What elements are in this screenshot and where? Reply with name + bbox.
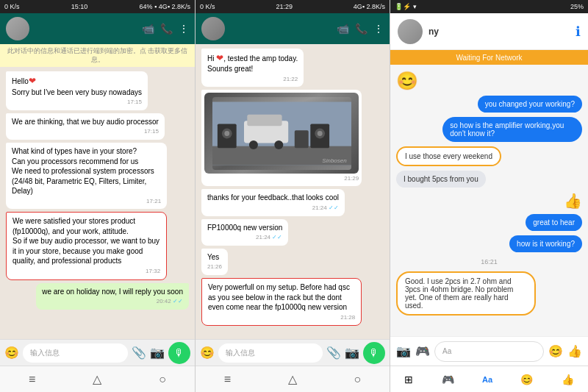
- video-icon-2[interactable]: 📹: [337, 23, 349, 35]
- thumbsup-icon-m[interactable]: 👍: [567, 344, 582, 358]
- message-time: 20:42 ✓✓: [42, 298, 183, 306]
- wa-header-1: 📹 📞 ⋮: [0, 13, 195, 44]
- list-item: thanks for your feedback..that looks coo…: [201, 189, 345, 215]
- status-right-2: 4G▪ 2.8K/s: [354, 3, 385, 10]
- message-time: 21:28: [208, 314, 355, 322]
- camera-icon-1[interactable]: 📷: [150, 346, 165, 360]
- avatar-1: [6, 17, 29, 40]
- status-left-2: 0 K/s: [200, 3, 215, 10]
- input-bar-2: 😊 输入信息 📎 📷 🎙: [196, 339, 390, 366]
- message-text: I bought 5pcs from you: [404, 175, 478, 183]
- message-text: Very powerfull on my setup. Before had q…: [208, 282, 355, 313]
- messenger-header: ny ℹ: [390, 13, 588, 50]
- status-bar-1: 0 K/s 15:10 64% ▪ 4G▪ 2.8K/s: [0, 0, 195, 13]
- menu-icon[interactable]: ⋮: [179, 23, 189, 35]
- message-time: 21:26: [207, 263, 222, 271]
- nav-emoji-m[interactable]: 😊: [520, 374, 533, 385]
- message-input-1[interactable]: 输入信息: [23, 343, 128, 363]
- attach-icon-1[interactable]: 📎: [132, 346, 146, 360]
- message-text: Hello❤Sorry but I've been very busy nowa…: [12, 75, 142, 97]
- menu-icon-2[interactable]: ⋮: [373, 23, 384, 35]
- list-item: 👍: [564, 192, 582, 210]
- header-icons-1[interactable]: 📹 📞 ⋮: [142, 23, 189, 35]
- status-right-1: 64% ▪ 4G▪ 2.8K/s: [140, 3, 190, 10]
- messenger-nav: ⊞ 🎮 Aa 😊 👍: [390, 366, 588, 392]
- emoji-icon-2[interactable]: 😊: [200, 346, 215, 360]
- list-item: Yes 21:26: [201, 249, 228, 275]
- status-time-2: 21:29: [276, 3, 293, 10]
- messenger-input-field[interactable]: Aa: [434, 341, 544, 362]
- message-text: FP10000q new version: [207, 223, 282, 233]
- svg-rect-12: [294, 130, 308, 148]
- emoji-icon-1[interactable]: 😊: [4, 346, 19, 360]
- message-text: Good. I use 2pcs in 2.7 ohm and 3pcs in …: [405, 277, 513, 310]
- list-item: Very powerfull on my setup. Before had q…: [201, 278, 362, 326]
- status-bar-2: 0 K/s 21:29 4G▪ 2.8K/s: [196, 0, 390, 13]
- game-icon-m[interactable]: 🎮: [415, 344, 430, 358]
- nav-back-icon-2[interactable]: ○: [354, 373, 361, 386]
- panel-messenger: 🔋⚡ ▾ 25% ny ℹ Waiting For Network 😊 you …: [390, 0, 588, 392]
- status-bar-3: 🔋⚡ ▾ 25%: [390, 0, 588, 13]
- messenger-input-bar: 📷 🎮 Aa 😊 👍: [390, 336, 588, 366]
- network-status-bar: Waiting For Network: [390, 50, 588, 65]
- message-timestamp: 16:21: [396, 258, 582, 266]
- camera-icon-2[interactable]: 📷: [345, 346, 359, 360]
- panel-whatsapp-2: 0 K/s 21:29 4G▪ 2.8K/s 📹 📞 ⋮ Hi ❤, teste…: [195, 0, 390, 392]
- list-item: we are on holiday now, I will reply you …: [36, 283, 189, 310]
- message-text: great to hear: [533, 218, 575, 227]
- svg-point-11: [317, 131, 322, 136]
- message-text: thanks for your feedback..that looks coo…: [207, 193, 339, 203]
- phone-icon-2[interactable]: 📞: [355, 23, 368, 35]
- svg-rect-3: [247, 115, 282, 126]
- nav-thumbs-m[interactable]: 👍: [562, 374, 574, 385]
- nav-menu-icon[interactable]: ≡: [29, 373, 35, 386]
- nav-text-m[interactable]: Aa: [482, 375, 492, 384]
- nav-back-icon[interactable]: ○: [159, 373, 166, 386]
- nav-home-icon[interactable]: △: [93, 372, 101, 386]
- input-placeholder-2: 输入信息: [226, 348, 255, 358]
- message-text: Yes: [207, 252, 222, 263]
- message-text: how is it working?: [517, 240, 575, 248]
- nav-game-m[interactable]: 🎮: [442, 374, 454, 385]
- mic-button-2[interactable]: 🎙: [363, 342, 385, 364]
- message-text: we are on holiday now, I will reply you …: [42, 287, 183, 297]
- list-item: Sinbosen 21:29: [201, 90, 362, 186]
- status-time-1: 15:10: [71, 3, 88, 10]
- nav-menu-icon-2[interactable]: ≡: [224, 373, 231, 386]
- chat-area-2: Hi ❤, tested the amp today.Sounds great!…: [196, 44, 390, 339]
- nav-home-icon-2[interactable]: △: [288, 372, 297, 386]
- info-icon[interactable]: ℹ: [576, 24, 581, 40]
- phone-icon[interactable]: 📞: [160, 23, 173, 35]
- input-placeholder-1: 输入信息: [30, 348, 60, 358]
- list-item: Good. I use 2pcs in 2.7 ohm and 3pcs in …: [396, 271, 536, 316]
- input-bar-1: 😊 输入信息 📎 📷 🎙: [0, 339, 195, 366]
- message-time: 17:32: [12, 268, 160, 276]
- video-icon[interactable]: 📹: [142, 23, 154, 35]
- svg-point-8: [224, 131, 229, 136]
- list-item: so how is the amplifier working,you don'…: [442, 117, 582, 142]
- watermark: Sinbosen: [322, 157, 346, 165]
- nav-home-m[interactable]: ⊞: [404, 374, 413, 385]
- svg-point-5: [274, 140, 283, 149]
- list-item: FP10000q new version 21:24 ✓✓: [201, 219, 288, 246]
- list-item: We were satisfied your stores product (f…: [6, 212, 167, 279]
- emoji-icon-m[interactable]: 😊: [548, 344, 563, 358]
- message-text: We were satisfied your stores product (f…: [12, 216, 160, 266]
- message-input-2[interactable]: 输入信息: [218, 343, 323, 363]
- wa-header-2: 📹 📞 ⋮: [196, 13, 390, 44]
- message-time: 17:15: [12, 99, 142, 107]
- image-content: Sinbosen: [212, 97, 351, 170]
- chat-area-1: Hello❤Sorry but I've been very busy nowa…: [0, 67, 195, 339]
- camera-icon-m[interactable]: 📷: [396, 344, 411, 358]
- nav-bar-1: ≡ △ ○: [0, 366, 195, 392]
- messenger-contact-name: ny: [429, 26, 439, 37]
- message-time: 17:21: [12, 198, 161, 206]
- mic-button-1[interactable]: 🎙: [168, 342, 190, 364]
- messenger-chat-area: 😊 you changed your working? so how is th…: [390, 65, 588, 336]
- svg-point-4: [248, 140, 257, 149]
- attach-icon-2[interactable]: 📎: [326, 346, 341, 360]
- header-icons-2[interactable]: 📹 📞 ⋮: [337, 23, 384, 35]
- panel-whatsapp-1: 0 K/s 15:10 64% ▪ 4G▪ 2.8K/s 📹 📞 ⋮ 此对话中的…: [0, 0, 195, 392]
- status-battery-3: 25%: [570, 3, 584, 10]
- status-icons-3: 🔋⚡ ▾: [395, 3, 417, 10]
